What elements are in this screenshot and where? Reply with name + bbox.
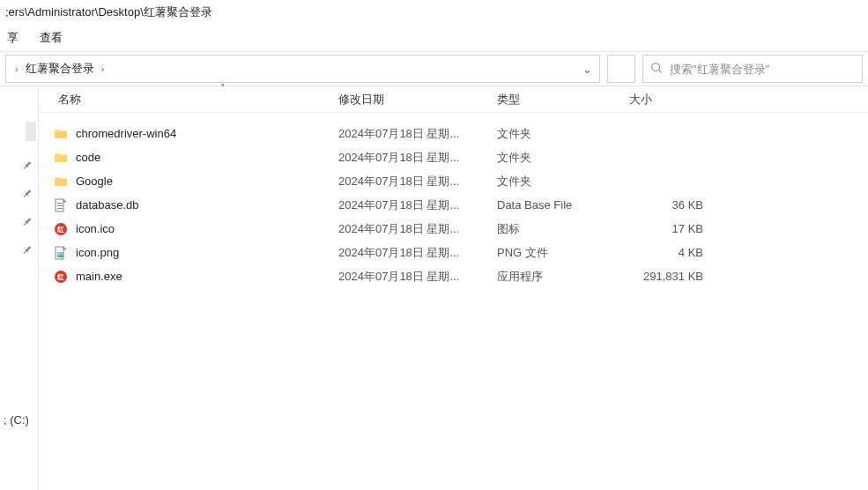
- chevron-right-icon: ›: [101, 63, 105, 74]
- file-type: 文件夹: [497, 150, 629, 166]
- refresh-button[interactable]: [607, 55, 635, 83]
- file-name-cell: chromedriver-win64: [53, 126, 338, 142]
- file-row[interactable]: icon.png2024年07月18日 星期...PNG 文件4 KB: [39, 241, 868, 264]
- svg-rect-3: [57, 205, 63, 206]
- file-name: chromedriver-win64: [76, 127, 176, 140]
- column-header-row: ˄ 名称 修改日期 类型 大小: [39, 86, 868, 113]
- menu-item-view[interactable]: 查看: [40, 30, 63, 46]
- svg-rect-2: [57, 203, 63, 204]
- file-date: 2024年07月18日 星期...: [338, 126, 497, 142]
- search-box[interactable]: [642, 55, 863, 83]
- file-name: icon.png: [76, 246, 119, 259]
- file-date: 2024年07月18日 星期...: [338, 269, 497, 285]
- menu-bar: 享 查看: [0, 25, 868, 51]
- db-icon: [53, 197, 69, 213]
- breadcrumb-current[interactable]: 红薯聚合登录: [26, 61, 94, 77]
- file-date: 2024年07月18日 星期...: [338, 174, 497, 189]
- file-date: 2024年07月18日 星期...: [338, 150, 497, 166]
- drive-label[interactable]: ; (C:): [4, 413, 29, 427]
- sort-asc-icon: ˄: [220, 83, 226, 94]
- pin-icon[interactable]: [22, 187, 33, 197]
- chevron-right-icon: ›: [15, 63, 19, 74]
- column-header-name[interactable]: 名称: [53, 92, 338, 108]
- folder-icon: [53, 174, 69, 189]
- file-row[interactable]: database.db2024年07月18日 星期...Data Base Fi…: [39, 193, 868, 217]
- file-type: 应用程序: [497, 269, 629, 285]
- svg-text:红: 红: [56, 226, 64, 234]
- file-name-cell: database.db: [53, 197, 338, 213]
- file-row[interactable]: 红icon.ico2024年07月18日 星期...图标17 KB: [39, 217, 868, 241]
- pin-icon[interactable]: [22, 215, 33, 226]
- nav-bar: › 红薯聚合登录 › ⌄: [0, 51, 868, 86]
- svg-text:红: 红: [56, 273, 64, 281]
- png-icon: [53, 245, 69, 261]
- pin-icon[interactable]: [22, 159, 33, 169]
- file-name: database.db: [76, 198, 139, 212]
- file-name-cell: 红icon.ico: [53, 221, 338, 237]
- file-size: 17 KB: [629, 222, 708, 235]
- file-type: 文件夹: [497, 174, 629, 189]
- file-type: PNG 文件: [497, 245, 629, 261]
- pin-icon[interactable]: [22, 243, 33, 254]
- file-name-cell: icon.png: [53, 245, 338, 261]
- file-size: 36 KB: [629, 198, 708, 212]
- file-date: 2024年07月18日 星期...: [338, 197, 497, 213]
- main-panel: ˄ 名称 修改日期 类型 大小 chromedriver-win642024年0…: [39, 86, 868, 490]
- column-header-type[interactable]: 类型: [497, 92, 629, 108]
- file-row[interactable]: chromedriver-win642024年07月18日 星期...文件夹: [39, 122, 868, 145]
- chevron-down-icon[interactable]: ⌄: [575, 56, 599, 82]
- svg-rect-4: [57, 208, 63, 209]
- sidebar-thumb: [26, 122, 36, 141]
- file-type: 文件夹: [497, 126, 629, 142]
- file-row[interactable]: code2024年07月18日 星期...文件夹: [39, 145, 868, 169]
- file-name-cell: 红main.exe: [53, 269, 338, 285]
- file-name-cell: code: [53, 150, 338, 166]
- file-list: chromedriver-win642024年07月18日 星期...文件夹co…: [39, 113, 868, 490]
- window-path: ;ers\Administrator\Desktop\红薯聚合登录: [5, 4, 212, 20]
- title-bar: ;ers\Administrator\Desktop\红薯聚合登录: [0, 0, 868, 25]
- exe-icon: 红: [53, 269, 69, 285]
- file-date: 2024年07月18日 星期...: [338, 221, 497, 237]
- folder-icon: [53, 150, 69, 166]
- file-type: 图标: [497, 221, 629, 237]
- file-size: 4 KB: [629, 246, 708, 259]
- file-type: Data Base File: [497, 198, 629, 212]
- file-size: 291,831 KB: [629, 270, 708, 283]
- file-name: code: [76, 151, 100, 164]
- breadcrumb[interactable]: › 红薯聚合登录 › ⌄: [5, 55, 600, 83]
- svg-point-9: [58, 253, 60, 255]
- column-header-date[interactable]: 修改日期: [338, 92, 497, 108]
- folder-icon: [53, 126, 69, 142]
- svg-point-0: [652, 63, 660, 71]
- file-name: Google: [76, 174, 113, 188]
- menu-item-share[interactable]: 享: [7, 30, 19, 46]
- file-name: main.exe: [76, 270, 122, 283]
- search-input[interactable]: [670, 63, 855, 76]
- file-name-cell: Google: [53, 174, 338, 189]
- column-header-size[interactable]: 大小: [629, 92, 708, 108]
- file-row[interactable]: 红main.exe2024年07月18日 星期...应用程序291,831 KB: [39, 264, 868, 288]
- file-date: 2024年07月18日 星期...: [338, 245, 497, 261]
- ico-icon: 红: [53, 221, 69, 237]
- file-name: icon.ico: [76, 222, 115, 235]
- file-row[interactable]: Google2024年07月18日 星期...文件夹: [39, 169, 868, 193]
- search-icon: [650, 62, 663, 77]
- sidebar: ; (C:): [0, 86, 39, 490]
